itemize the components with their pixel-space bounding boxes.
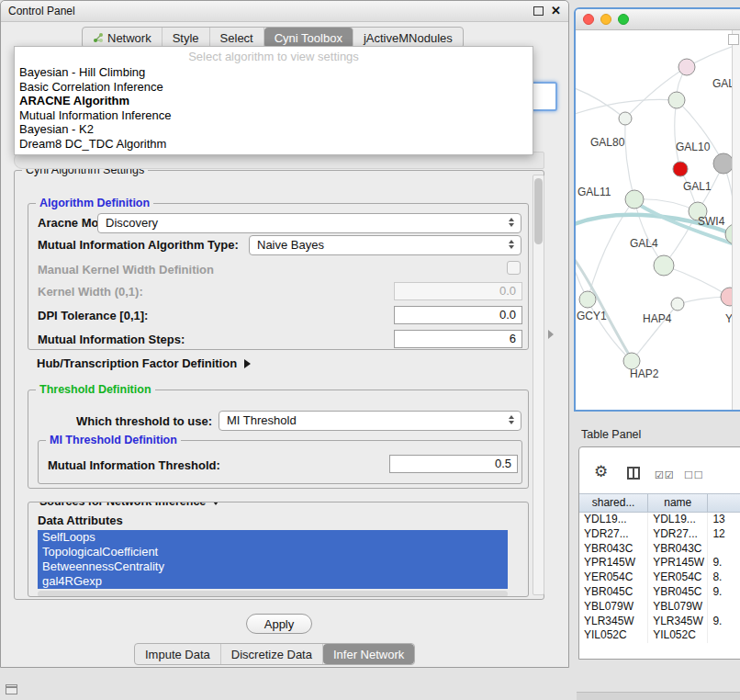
data-attribute-item[interactable]: BetweennessCentrality [38,559,508,574]
node-label: GAL11 [577,186,611,198]
close-traffic-light[interactable] [583,14,594,25]
table-cell: YBR043C [648,542,708,557]
close-icon[interactable]: ✕ [551,6,561,17]
network-edge[interactable] [576,256,632,359]
panel-collapse-arrow-icon[interactable] [548,330,554,339]
table-row[interactable]: YLR345WYLR345W9. [579,615,740,629]
algorithm-dropdown-popup: Select algorithm to view settings Bayesi… [14,46,533,155]
node-label: GCY1 [577,310,607,322]
table-row[interactable]: YPR145WYPR145W9. [579,556,740,570]
apply-button[interactable]: Apply [246,614,312,634]
algorithm-option[interactable]: ARACNE Algorithm [15,94,533,108]
table-row[interactable]: YBR045CYBR045C9. [579,585,740,600]
which-threshold-select[interactable]: MI Threshold [219,411,521,431]
network-scrollbar[interactable] [732,30,740,412]
tab-impute-data[interactable]: Impute Data [135,644,221,664]
dpi-tolerance-field[interactable]: 0.0 [394,306,522,324]
tab-infer-network[interactable]: Infer Network [323,644,414,664]
data-attribute-item[interactable]: gal4RGexp [38,574,508,589]
data-attribute-item[interactable]: TopologicalCoefficient [38,545,508,559]
network-svg: GALGAL80GAL10GAL11GAL1SWI4GAL4GCY1HAP4HA… [576,30,740,412]
network-tab-icon [93,32,104,43]
table-cell: YDR27... [648,527,708,542]
tab-jactivemnodules[interactable]: jActiveMNodules [353,28,463,48]
mi-algorithm-type-select[interactable]: Naive Bayes [249,235,521,255]
network-node[interactable] [673,162,688,176]
mi-algorithm-type-label: Mutual Information Algorithm Type: [38,238,239,253]
network-canvas[interactable]: GALGAL80GAL10GAL11GAL1SWI4GAL4GCY1HAP4HA… [576,30,740,412]
sources-group: Sources for Network Inference Data Attri… [28,502,529,597]
table-cell: YPR145W [648,556,708,570]
network-edge[interactable] [675,100,680,169]
network-node[interactable] [579,291,596,308]
aracne-mode-select[interactable]: Discovery [97,213,521,233]
table-row[interactable]: YER054CYER054C8. [579,570,740,585]
mi-algorithm-type-value: Naive Bayes [257,238,324,252]
table-cell [708,628,740,643]
sources-title: Sources for Network Inference [39,502,206,508]
tab-select[interactable]: Select [210,28,264,48]
control-panel-titlebar[interactable]: Control Panel ✕ [1,1,568,22]
data-attribute-item[interactable]: SelfLoops [38,530,508,545]
attributes-hscrollbar[interactable] [38,591,508,597]
focused-field-fragment[interactable] [530,82,557,111]
tab-style[interactable]: Style [163,28,210,48]
kernel-width-field[interactable]: 0.0 [394,282,522,300]
mi-steps-label: Mutual Information Steps: [38,333,185,347]
select-all-icon[interactable]: ☑☑ [655,469,675,481]
algorithm-option[interactable]: Dream8 DC_TDC Algorithm [15,137,533,152]
tab-cyni-toolbox[interactable]: Cyni Toolbox [264,28,353,48]
mi-threshold-field[interactable]: 0.5 [389,455,518,473]
minimize-traffic-light[interactable] [600,14,611,25]
network-node[interactable] [654,255,674,276]
hub-definition-toggle[interactable]: Hub/Transcription Factor Definition [37,356,251,370]
table-row[interactable]: YDR27...YDR27...12 [579,527,740,542]
settings-scrollbar-thumb[interactable] [534,178,543,244]
settings-scrollbar[interactable] [533,175,544,595]
manual-kernel-width-checkbox[interactable] [507,261,521,275]
network-edge[interactable] [625,119,634,199]
network-window-titlebar[interactable] [576,9,740,30]
table-row[interactable]: YDL19...YDL19...13 [579,513,740,527]
column-header[interactable]: name [648,494,708,512]
combo-arrows-icon [509,218,514,227]
table-header[interactable]: shared... name [579,493,740,513]
tab-network[interactable]: Network [83,28,163,48]
algorithm-option[interactable]: Mutual Information Inference [15,108,533,123]
network-view-window: GALGAL80GAL10GAL11GAL1SWI4GAL4GCY1HAP4HA… [574,7,740,412]
gear-icon[interactable]: ⚙ [594,464,608,480]
zoom-traffic-light[interactable] [618,14,629,25]
data-attributes-label: Data Attributes [38,514,123,528]
network-node[interactable] [625,190,644,209]
table-cell: YDR27... [579,527,648,542]
deselect-all-icon[interactable]: ☐☐ [684,469,704,481]
network-node[interactable] [671,298,684,310]
network-node[interactable] [678,59,695,75]
table-cell: YLR345W [579,615,648,629]
table-row[interactable]: YBR043CYBR043C [579,542,740,557]
table-row[interactable]: YIL052CYIL052C [579,628,740,643]
columns-icon[interactable] [627,467,640,480]
manual-kernel-width-label: Manual Kernel Width Definition [38,263,214,277]
table-row[interactable]: YBL079WYBL079W [579,600,740,615]
algorithm-option[interactable]: Bayesian - Hill Climbing [15,65,533,80]
float-window-icon[interactable] [533,6,544,16]
network-corner-widget[interactable] [728,34,739,45]
node-label: SWI4 [698,215,725,228]
column-header[interactable] [708,494,740,512]
mi-steps-field[interactable]: 6 [394,330,522,348]
combo-arrows-icon [509,240,514,249]
network-node[interactable] [619,112,632,125]
cyni-algorithm-settings-group: Cyni Algorithm Settings Algorithm Defini… [14,170,544,600]
algorithm-option[interactable]: Bayesian - K2 [15,122,533,137]
network-edge[interactable] [677,100,723,164]
minimized-window-icon[interactable] [6,684,17,694]
column-header[interactable]: shared... [579,494,648,512]
algorithm-option[interactable]: Basic Correlation Inference [15,80,533,95]
network-node[interactable] [668,92,685,108]
network-edge[interactable] [664,265,730,297]
hub-definition-label: Hub/Transcription Factor Definition [37,356,237,370]
tab-discretize-data[interactable]: Discretize Data [221,644,323,664]
network-node[interactable] [713,153,734,174]
sources-title-row[interactable]: Sources for Network Inference [36,502,224,508]
